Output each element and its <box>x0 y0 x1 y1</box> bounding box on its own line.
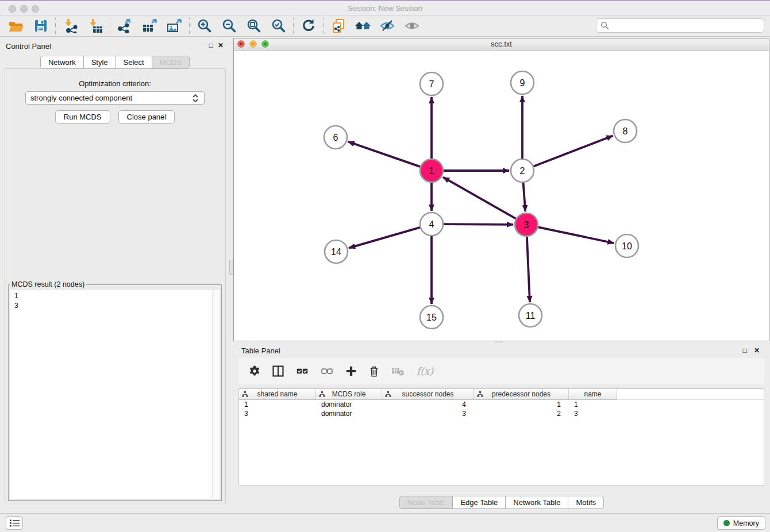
zoom-fit-button[interactable] <box>241 17 266 35</box>
tab-select[interactable]: Select <box>116 56 152 69</box>
export-table-button[interactable] <box>137 17 162 35</box>
node-6[interactable]: 6 <box>324 126 347 149</box>
table-settings-button[interactable] <box>248 365 261 377</box>
edge-3-1[interactable] <box>443 177 516 218</box>
delete-column-button[interactable] <box>368 365 380 377</box>
zoom-selected-icon <box>271 18 286 33</box>
zoom-out-button[interactable] <box>217 17 241 35</box>
chevron-up-down-icon <box>191 93 199 103</box>
edge-2-3[interactable] <box>523 183 526 211</box>
edge-2-8[interactable] <box>534 136 613 166</box>
table-tab-motifs[interactable]: Motifs <box>568 496 604 509</box>
node-3[interactable]: 3 <box>515 213 538 236</box>
first-neighbors-button[interactable] <box>351 17 375 35</box>
search-input[interactable] <box>611 20 764 32</box>
network-close-icon[interactable] <box>237 40 245 48</box>
table-tab-network-table[interactable]: Network Table <box>505 496 568 509</box>
header-filler <box>617 389 764 400</box>
node-1[interactable]: 1 <box>420 159 443 182</box>
column-header-mcds-role[interactable]: MCDS role <box>316 389 382 400</box>
zoom-selected-button[interactable] <box>266 17 291 35</box>
table-row[interactable]: 3dominator323 <box>239 409 764 418</box>
open-session-button[interactable] <box>3 17 28 35</box>
cell-successor-nodes[interactable]: 4 <box>382 400 474 409</box>
network-minimize-icon[interactable] <box>249 40 257 48</box>
export-network-button[interactable] <box>113 17 137 35</box>
toolbar-separator <box>323 18 324 34</box>
cell-shared-name[interactable]: 3 <box>239 409 316 418</box>
column-header-predecessor-nodes[interactable]: predecessor nodes <box>474 389 569 400</box>
hierarchy-icon <box>319 391 325 398</box>
cell-name[interactable]: 1 <box>569 400 617 409</box>
import-table-button[interactable] <box>83 17 107 35</box>
hide-selected-button[interactable] <box>375 17 400 35</box>
cell-shared-name[interactable]: 1 <box>239 400 316 409</box>
cell-mcds-role[interactable]: dominator <box>316 409 382 418</box>
node-4[interactable]: 4 <box>420 213 443 236</box>
cell-successor-nodes[interactable]: 3 <box>382 409 474 418</box>
node-14[interactable]: 14 <box>325 240 348 263</box>
node-15[interactable]: 15 <box>420 306 443 329</box>
select-all-rows-button[interactable] <box>295 365 309 377</box>
table-body: 1dominator4113dominator323 <box>239 400 764 418</box>
table-tab-node-table[interactable]: Node Table <box>399 496 453 509</box>
tab-network[interactable]: Network <box>40 56 84 69</box>
create-column-button[interactable] <box>345 365 357 377</box>
show-all-button[interactable] <box>400 17 425 35</box>
cell-mcds-role[interactable]: dominator <box>316 400 382 409</box>
import-network-button[interactable] <box>58 17 83 35</box>
hide-eye-icon <box>380 18 396 33</box>
duplicate-network-button[interactable] <box>326 17 351 35</box>
network-zoom-icon[interactable] <box>261 40 269 48</box>
column-header-name[interactable]: name <box>569 389 617 400</box>
cell-name[interactable]: 3 <box>569 409 617 418</box>
node-7[interactable]: 7 <box>420 72 443 95</box>
node-8[interactable]: 8 <box>614 119 637 142</box>
export-image-button[interactable] <box>162 17 187 35</box>
status-bar: Memory <box>0 513 770 532</box>
float-panel-icon[interactable]: □ <box>209 41 213 49</box>
node-9[interactable]: 9 <box>511 71 534 94</box>
memory-button[interactable]: Memory <box>717 516 765 530</box>
edge-1-6[interactable] <box>348 142 420 167</box>
edge-3-10[interactable] <box>538 227 614 243</box>
cell-predecessor-nodes[interactable]: 1 <box>474 400 569 409</box>
table-panel-title: Table Panel <box>241 346 280 355</box>
network-canvas[interactable]: 7968124314101511 <box>234 51 769 341</box>
table-row[interactable]: 1dominator411 <box>239 400 764 409</box>
run-mcds-button[interactable]: Run MCDS <box>55 110 110 124</box>
zoom-in-button[interactable] <box>192 17 217 35</box>
control-panel-title: Control Panel <box>6 42 51 51</box>
network-window-titlebar[interactable]: scc.txt <box>234 38 769 51</box>
trash-icon <box>368 365 380 377</box>
refresh-layout-button[interactable] <box>296 17 321 35</box>
table-tab-edge-table[interactable]: Edge Table <box>452 496 506 509</box>
deselect-all-rows-button[interactable] <box>320 365 334 377</box>
node-11[interactable]: 11 <box>519 304 542 327</box>
column-header-successor-nodes[interactable]: successor nodes <box>382 389 474 400</box>
close-panel-button[interactable]: Close panel <box>118 110 175 124</box>
show-columns-button[interactable] <box>272 365 284 377</box>
search-field[interactable] <box>596 18 764 33</box>
edge-4-14[interactable] <box>349 228 420 248</box>
node-10[interactable]: 10 <box>615 234 638 257</box>
save-icon <box>33 18 48 33</box>
task-history-button[interactable] <box>6 516 23 530</box>
criterion-value: strongly connected component <box>30 94 132 102</box>
import-table-icon <box>88 18 103 33</box>
column-header-shared-name[interactable]: shared name <box>239 389 316 400</box>
float-table-panel-icon[interactable]: □ <box>743 346 747 354</box>
cell-predecessor-nodes[interactable]: 2 <box>474 409 569 418</box>
close-table-panel-icon[interactable]: ✕ <box>754 346 760 354</box>
edge-4-3[interactable] <box>444 224 513 225</box>
edge-3-11[interactable] <box>527 237 530 302</box>
close-panel-icon[interactable]: ✕ <box>218 41 224 49</box>
tab-style[interactable]: Style <box>83 56 116 69</box>
node-2[interactable]: 2 <box>511 159 534 182</box>
criterion-dropdown[interactable]: strongly connected component <box>25 91 205 105</box>
vertical-splitter-grip[interactable] <box>229 260 233 275</box>
save-session-button[interactable] <box>28 17 53 35</box>
result-scrollbar[interactable] <box>212 290 220 499</box>
column-label: shared name <box>257 390 297 398</box>
tab-mcds[interactable]: MCDS <box>152 56 190 69</box>
